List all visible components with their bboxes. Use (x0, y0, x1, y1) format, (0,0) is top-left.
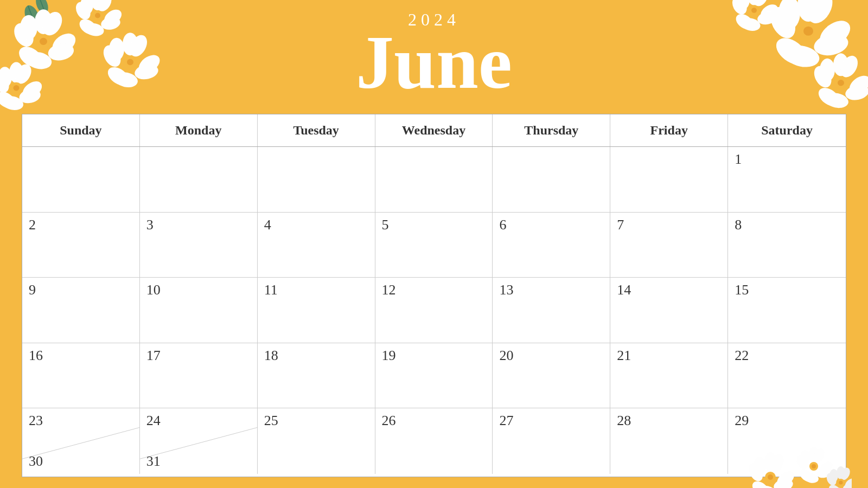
day-30: 30 (22, 451, 139, 474)
day-empty-6 (610, 147, 728, 213)
day-19: 19 (375, 343, 493, 409)
header-monday: Monday (140, 114, 258, 146)
svg-point-82 (754, 457, 765, 476)
day-5: 5 (375, 213, 493, 278)
day-13: 13 (493, 278, 610, 343)
header-thursday: Thursday (493, 114, 610, 146)
day-26: 26 (375, 408, 493, 474)
flowers-bottom-right (743, 434, 852, 488)
day-empty-4 (375, 147, 493, 213)
day-8: 8 (728, 213, 846, 278)
day-18: 18 (258, 343, 375, 409)
day-empty-5 (493, 147, 610, 213)
header-tuesday: Tuesday (258, 114, 375, 146)
day-21: 21 (610, 343, 728, 409)
day-24: 24 (140, 408, 257, 433)
day-23: 23 (22, 408, 139, 433)
day-empty-2 (140, 147, 258, 213)
header-sunday: Sunday (22, 114, 140, 146)
day-17: 17 (140, 343, 258, 409)
day-23-30: 23 30 (22, 408, 140, 474)
day-25: 25 (258, 408, 375, 474)
calendar-grid-container: Sunday Monday Tuesday Wednesday Thursday… (22, 114, 846, 477)
day-2: 2 (22, 213, 140, 278)
day-15: 15 (728, 278, 846, 343)
header-friday: Friday (610, 114, 728, 146)
day-14: 14 (610, 278, 728, 343)
day-16: 16 (22, 343, 140, 409)
header-wednesday: Wednesday (375, 114, 493, 146)
svg-point-92 (800, 450, 810, 465)
month-label: June (0, 24, 868, 100)
day-10: 10 (140, 278, 258, 343)
page-background: 2024 June Sunday Monday Tuesday Wednesda… (0, 0, 868, 488)
day-27: 27 (493, 408, 610, 474)
day-22: 22 (728, 343, 846, 409)
day-31: 31 (140, 451, 257, 474)
day-11: 11 (258, 278, 375, 343)
svg-point-104 (839, 481, 843, 485)
day-7: 7 (610, 213, 728, 278)
day-6: 6 (493, 213, 610, 278)
svg-point-94 (812, 464, 816, 468)
day-28: 28 (610, 408, 728, 474)
header-saturday: Saturday (728, 114, 846, 146)
day-20: 20 (493, 343, 610, 409)
svg-point-102 (829, 469, 838, 482)
day-12: 12 (375, 278, 493, 343)
day-4: 4 (258, 213, 375, 278)
day-empty-1 (22, 147, 140, 213)
calendar-header: 2024 June (0, 0, 868, 100)
calendar-days-grid: 1 2 3 4 5 6 7 8 9 10 11 12 13 14 15 16 1… (22, 147, 846, 474)
svg-point-84 (768, 474, 773, 480)
day-headers-row: Sunday Monday Tuesday Wednesday Thursday… (22, 114, 846, 147)
day-3: 3 (140, 213, 258, 278)
day-1: 1 (728, 147, 846, 213)
day-empty-3 (258, 147, 375, 213)
day-9: 9 (22, 278, 140, 343)
day-24-31: 24 31 (140, 408, 258, 474)
